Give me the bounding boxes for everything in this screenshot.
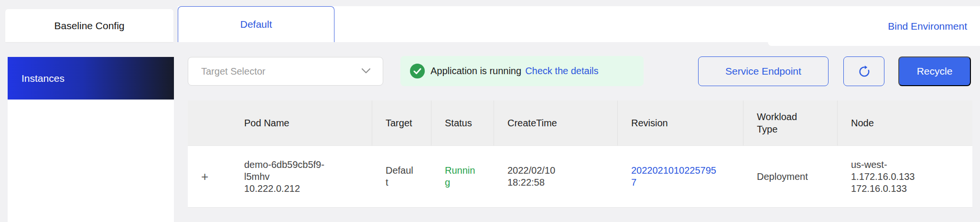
refresh-button[interactable] <box>843 56 884 86</box>
column-header-pod-name: Pod Name <box>231 100 372 145</box>
column-header-node: Node <box>838 100 972 145</box>
tab-default[interactable]: Default <box>178 6 334 42</box>
tab-default-label: Default <box>240 19 272 30</box>
column-header-expander <box>188 100 231 145</box>
cell-pod-name: demo-6db59cb5f9-l5mhv 10.222.0.212 <box>231 146 372 207</box>
check-details-link[interactable]: Check the details <box>525 66 598 77</box>
recycle-label: Recycle <box>917 66 953 77</box>
recycle-button[interactable]: Recycle <box>898 56 971 86</box>
cell-node: us-west-1.172.16.0.133 172.16.0.133 <box>838 146 972 207</box>
instances-table: Pod Name Target Status CreateTime Revisi… <box>188 100 972 208</box>
sidebar: Instances <box>8 57 174 222</box>
table-header-row: Pod Name Target Status CreateTime Revisi… <box>188 100 972 145</box>
expand-row-icon[interactable]: + <box>201 170 208 183</box>
cell-status: Running <box>431 146 494 207</box>
pod-name: demo-6db59cb5f9-l5mhv <box>244 159 337 183</box>
column-header-target: Target <box>372 100 431 145</box>
column-header-createtime: CreateTime <box>494 100 618 145</box>
cell-workload-type: Deployment <box>743 146 838 207</box>
chevron-down-icon <box>361 67 371 76</box>
application-status-alert: Application is running Check the details <box>400 56 644 86</box>
refresh-icon <box>858 65 871 78</box>
target-selector-placeholder: Target Selector <box>201 66 266 77</box>
tab-baseline-config-label: Baseline Config <box>54 20 124 32</box>
service-endpoint-button[interactable]: Service Endpoint <box>698 56 829 86</box>
create-time-value: 2022/02/10 18:22:58 <box>507 165 594 189</box>
cell-expander: + <box>188 146 231 207</box>
success-check-icon <box>410 64 425 78</box>
table-row: + demo-6db59cb5f9-l5mhv 10.222.0.212 Def… <box>188 145 972 208</box>
target-selector-dropdown[interactable]: Target Selector <box>188 57 383 86</box>
column-header-workload-type: Workload Type <box>743 100 838 145</box>
sidebar-item-instances-label: Instances <box>22 73 65 84</box>
bind-environment-card: Bind Environment <box>768 6 980 46</box>
sidebar-item-instances[interactable]: Instances <box>8 57 174 100</box>
cell-revision: 20220210102257957 <box>618 146 743 207</box>
node-name: us-west-1.172.16.0.133 <box>851 159 946 183</box>
target-value: Default <box>386 165 415 189</box>
service-endpoint-label: Service Endpoint <box>725 66 801 77</box>
pod-ip: 10.222.0.212 <box>244 183 337 195</box>
cell-target: Default <box>372 146 431 207</box>
cell-createtime: 2022/02/10 18:22:58 <box>494 146 618 207</box>
status-badge: Running <box>445 165 475 189</box>
column-header-revision: Revision <box>618 100 743 145</box>
revision-link[interactable]: 20220210102257957 <box>631 165 721 189</box>
bind-environment-link[interactable]: Bind Environment <box>888 21 967 32</box>
tab-baseline-config[interactable]: Baseline Config <box>5 9 173 42</box>
node-ip: 172.16.0.133 <box>851 183 946 195</box>
column-header-status: Status <box>431 100 494 145</box>
alert-message: Application is running <box>431 66 521 77</box>
workload-type-value: Deployment <box>757 171 808 183</box>
